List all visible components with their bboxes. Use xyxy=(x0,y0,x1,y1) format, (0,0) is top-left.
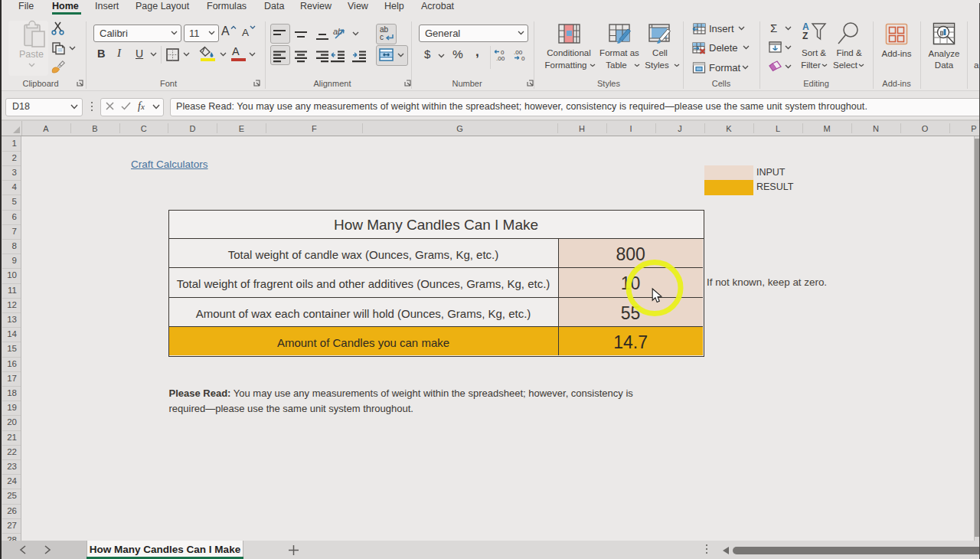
svg-text:0: 0 xyxy=(521,55,525,62)
svg-text:.00: .00 xyxy=(496,55,505,62)
